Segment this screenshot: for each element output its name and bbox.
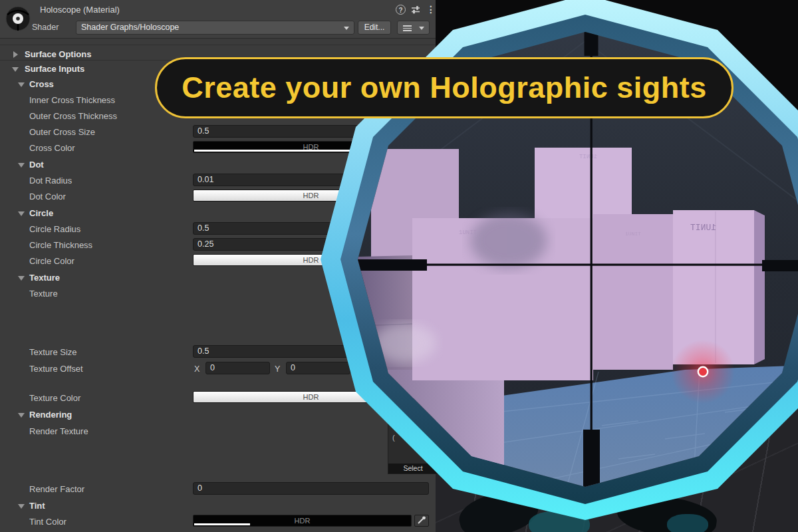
crosshair-right-bar bbox=[762, 260, 798, 271]
red-dot-reticle bbox=[698, 367, 708, 376]
crosshair-horizontal-line bbox=[427, 264, 763, 266]
crate bbox=[593, 214, 673, 370]
crate-side bbox=[754, 210, 765, 364]
crate-stencil-text: 1UNIT bbox=[690, 223, 716, 233]
crate-stencil-text: 1UNIT bbox=[459, 229, 477, 236]
shadow-smudge bbox=[470, 213, 547, 269]
promo-banner: Create your own Holographic sights bbox=[155, 57, 733, 118]
crate-stencil-text: 1UNIT bbox=[579, 154, 597, 160]
crosshair-left-bar bbox=[352, 259, 427, 271]
screenshot-root: Holoscope (Material) ? ⋮ Shader Shader G… bbox=[0, 0, 798, 532]
crate-stencil-text: 1UNIT bbox=[625, 231, 641, 237]
crate bbox=[673, 210, 754, 364]
promo-banner-text: Create your own Holographic sights bbox=[182, 70, 707, 105]
